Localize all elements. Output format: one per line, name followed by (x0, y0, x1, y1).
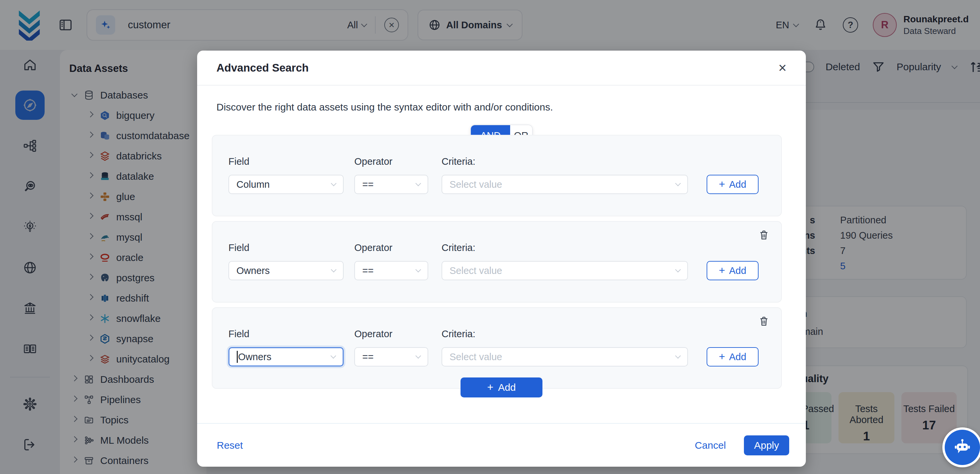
chevron-down-icon (675, 267, 681, 273)
field-label: Field (228, 242, 354, 253)
plus-icon: + (719, 351, 725, 362)
criteria-select[interactable]: Select value (442, 175, 688, 194)
condition-group-1: Field Operator Criteria: Column == Selec… (212, 135, 782, 216)
add-group-button[interactable]: +Add (461, 377, 542, 398)
add-condition-button[interactable]: +Add (706, 261, 759, 280)
criteria-label: Criteria: (442, 156, 476, 167)
chevron-down-icon (331, 353, 336, 359)
operator-select[interactable]: == (354, 261, 428, 280)
operator-label: Operator (354, 329, 442, 339)
field-select[interactable]: Owners (228, 261, 344, 280)
operator-select[interactable]: == (354, 347, 428, 366)
text-caret (237, 351, 238, 363)
criteria-select[interactable]: Select value (442, 347, 688, 366)
cancel-link[interactable]: Cancel (695, 440, 726, 451)
modal-footer: Reset Cancel Apply (197, 423, 806, 467)
plus-icon: + (719, 179, 725, 189)
condition-group-3: Field Operator Criteria: Owners == Selec… (212, 307, 782, 389)
add-condition-button[interactable]: +Add (706, 347, 759, 366)
chevron-down-icon (675, 353, 681, 359)
criteria-label: Criteria: (442, 329, 476, 339)
field-select-focused[interactable]: Owners (228, 347, 344, 366)
chevron-down-icon (331, 181, 337, 186)
modal-header: Advanced Search × (197, 51, 806, 86)
trash-icon[interactable] (758, 315, 770, 327)
modal-description: Discover the right data assets using the… (197, 86, 806, 113)
operator-label: Operator (354, 156, 442, 167)
assistant-bot-button[interactable] (942, 428, 980, 467)
plus-icon: + (719, 265, 725, 275)
field-label: Field (228, 156, 354, 167)
chevron-down-icon (675, 181, 681, 186)
chevron-down-icon (415, 353, 421, 359)
advanced-search-modal: Advanced Search × Discover the right dat… (197, 51, 806, 467)
field-select[interactable]: Column (228, 175, 344, 194)
plus-icon: + (487, 382, 493, 393)
modal-title: Advanced Search (216, 62, 309, 74)
reset-link[interactable]: Reset (217, 440, 243, 451)
close-icon[interactable]: × (778, 61, 786, 75)
add-condition-button[interactable]: +Add (706, 175, 759, 194)
apply-button[interactable]: Apply (744, 435, 789, 455)
field-label: Field (228, 329, 354, 339)
operator-label: Operator (354, 242, 442, 253)
operator-select[interactable]: == (354, 175, 428, 194)
trash-icon[interactable] (758, 229, 770, 241)
criteria-label: Criteria: (442, 242, 476, 253)
chevron-down-icon (331, 267, 337, 273)
chevron-down-icon (415, 181, 421, 186)
criteria-select[interactable]: Select value (442, 261, 688, 280)
condition-group-2: Field Operator Criteria: Owners == Selec… (212, 221, 782, 302)
chevron-down-icon (415, 267, 421, 273)
bot-icon (945, 430, 980, 465)
